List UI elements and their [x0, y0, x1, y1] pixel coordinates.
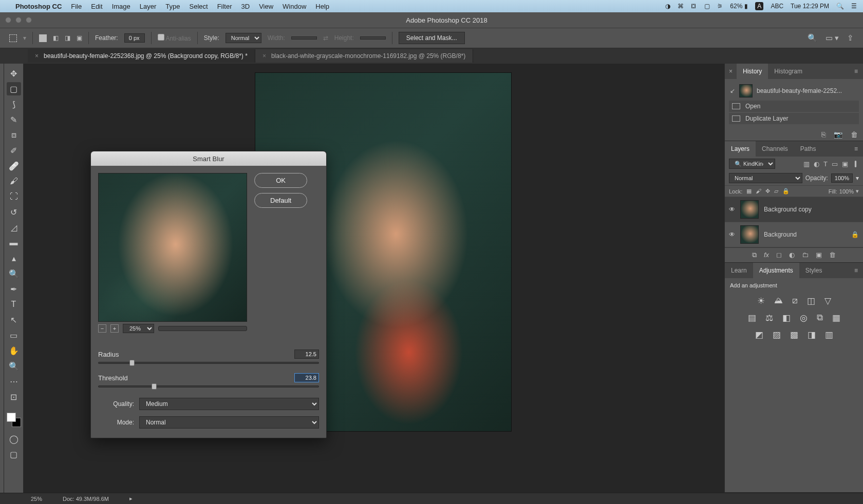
- hand-tool[interactable]: ✋: [7, 344, 21, 357]
- feather-input[interactable]: 0 px: [124, 33, 145, 43]
- panel-menu-icon[interactable]: ≡: [849, 267, 863, 274]
- dropbox-icon[interactable]: ⛋: [691, 3, 697, 10]
- new-snapshot-icon[interactable]: 📷: [834, 130, 842, 139]
- menu-view[interactable]: View: [259, 3, 273, 10]
- status-zoom[interactable]: 25%: [31, 496, 42, 502]
- tab-learn[interactable]: Learn: [725, 263, 753, 278]
- app-menu[interactable]: Photoshop CC: [15, 3, 62, 10]
- path-select-tool[interactable]: ↖: [7, 313, 21, 326]
- minimize-icon[interactable]: [15, 17, 22, 23]
- marquee-tool[interactable]: ▢: [7, 82, 21, 95]
- close-icon[interactable]: [5, 17, 11, 23]
- zoom-in-button[interactable]: +: [110, 324, 119, 333]
- window-controls[interactable]: [5, 17, 32, 23]
- style-select[interactable]: Normal: [226, 33, 261, 43]
- panel-dock-strip[interactable]: [0, 64, 4, 493]
- more-tools[interactable]: ⋯: [7, 375, 21, 388]
- delete-state-icon[interactable]: 🗑: [851, 130, 858, 139]
- creative-cloud-icon[interactable]: ⌘: [678, 3, 684, 10]
- threshold-slider[interactable]: [98, 385, 319, 387]
- status-doc-size[interactable]: Doc: 49.3M/98.6M: [63, 496, 109, 502]
- menu-window[interactable]: Window: [283, 3, 306, 10]
- healing-tool[interactable]: 🩹: [7, 159, 21, 172]
- fill-input[interactable]: 100%: [839, 188, 854, 195]
- selection-add-icon[interactable]: ◧: [53, 34, 59, 42]
- adjustment-layer-icon[interactable]: ◐: [789, 251, 795, 259]
- filter-toggle[interactable]: ⏽: [852, 160, 859, 168]
- spotlight-icon[interactable]: 🔍: [836, 3, 844, 10]
- menu-filter[interactable]: Filter: [217, 3, 232, 10]
- tab-layers[interactable]: Layers: [725, 141, 756, 157]
- tab-styles[interactable]: Styles: [799, 263, 829, 278]
- gradient-map-icon[interactable]: ◨: [808, 329, 816, 340]
- foreground-color[interactable]: [7, 413, 16, 422]
- visibility-icon[interactable]: 👁: [729, 231, 735, 238]
- layer-name[interactable]: Background copy: [764, 206, 812, 213]
- filter-adjustment-icon[interactable]: ◐: [814, 160, 819, 168]
- filter-smart-icon[interactable]: ▣: [842, 160, 848, 168]
- link-layers-icon[interactable]: ⧉: [752, 251, 757, 259]
- mode-select[interactable]: Normal: [139, 416, 319, 429]
- type-tool[interactable]: T: [7, 298, 21, 311]
- layer-style-icon[interactable]: fx: [764, 251, 769, 259]
- selective-color-icon[interactable]: ▥: [825, 329, 833, 340]
- new-doc-from-state-icon[interactable]: ⎘: [821, 130, 826, 139]
- menu-3d[interactable]: 3D: [241, 3, 250, 10]
- opacity-input[interactable]: 100%: [831, 173, 853, 183]
- input-source[interactable]: A: [755, 2, 763, 10]
- curves-icon[interactable]: ⧄: [792, 296, 798, 306]
- photo-filter-icon[interactable]: ◎: [800, 313, 808, 323]
- tool-preset-icon[interactable]: [9, 34, 17, 42]
- posterize-icon[interactable]: ▨: [773, 329, 781, 340]
- new-group-icon[interactable]: 🗀: [802, 251, 809, 259]
- invert-icon[interactable]: ◩: [755, 329, 763, 340]
- menu-file[interactable]: File: [71, 3, 82, 10]
- tab-history[interactable]: History: [737, 64, 768, 79]
- layer-thumbnail[interactable]: [740, 225, 759, 244]
- menu-help[interactable]: Help: [315, 3, 329, 10]
- tab-channels[interactable]: Channels: [756, 141, 794, 157]
- document-tab-active[interactable]: × beautiful-beauty-female-2252368.jpg @ …: [28, 49, 255, 63]
- brush-tool[interactable]: 🖌: [7, 175, 21, 188]
- layer-thumbnail[interactable]: [740, 200, 759, 219]
- move-tool[interactable]: ✥: [7, 67, 21, 80]
- opacity-chevron-icon[interactable]: ▾: [856, 175, 859, 182]
- tab-histogram[interactable]: Histogram: [768, 64, 809, 79]
- layer-row[interactable]: 👁 Background copy: [725, 197, 863, 222]
- eyedropper-tool[interactable]: ✐: [7, 144, 21, 157]
- preview-scrollbar[interactable]: [158, 326, 247, 331]
- layer-row[interactable]: 👁 Background 🔒: [725, 222, 863, 247]
- layer-filter-select[interactable]: 🔍 KindKind: [729, 159, 775, 169]
- lock-icon[interactable]: 🔒: [851, 231, 859, 238]
- menu-image[interactable]: Image: [112, 3, 130, 10]
- dodge-tool[interactable]: 🔍: [7, 267, 21, 280]
- crop-tool[interactable]: ⧈: [7, 128, 21, 142]
- channel-mixer-icon[interactable]: ⧉: [817, 313, 823, 323]
- zoom-tool[interactable]: 🔍: [7, 359, 21, 373]
- tray-icon[interactable]: ◑: [665, 3, 670, 10]
- document-tab[interactable]: × black-and-white-grayscale-monochrome-1…: [255, 49, 473, 63]
- menu-select[interactable]: Select: [189, 3, 208, 10]
- layer-mask-icon[interactable]: ◻: [776, 251, 782, 259]
- color-swatches[interactable]: [7, 413, 21, 427]
- panel-menu-icon[interactable]: ≡: [849, 145, 863, 152]
- panel-menu-icon[interactable]: ≡: [849, 68, 863, 75]
- share-icon[interactable]: ⇪: [847, 33, 854, 43]
- menu-layer[interactable]: Layer: [140, 3, 157, 10]
- pen-tool[interactable]: ✒: [7, 282, 21, 296]
- edit-toolbar[interactable]: ⊡: [7, 390, 21, 403]
- status-chevron-icon[interactable]: ▸: [129, 495, 133, 502]
- lock-artboard-icon[interactable]: ▱: [774, 188, 778, 195]
- quick-select-tool[interactable]: ✎: [7, 113, 21, 126]
- quality-select[interactable]: Medium: [139, 398, 319, 410]
- exposure-icon[interactable]: ◫: [807, 296, 815, 306]
- lock-image-icon[interactable]: 🖌: [756, 188, 761, 195]
- selection-subtract-icon[interactable]: ◨: [65, 34, 70, 42]
- filter-pixel-icon[interactable]: ▥: [803, 160, 810, 168]
- workspace-icon[interactable]: ▭ ▾: [826, 33, 839, 43]
- visibility-icon[interactable]: 👁: [729, 206, 735, 213]
- panel-close-icon[interactable]: ×: [725, 68, 737, 75]
- zoom-out-button[interactable]: −: [98, 324, 106, 333]
- screen-mode[interactable]: ▢: [7, 448, 21, 461]
- filter-shape-icon[interactable]: ▭: [832, 160, 838, 168]
